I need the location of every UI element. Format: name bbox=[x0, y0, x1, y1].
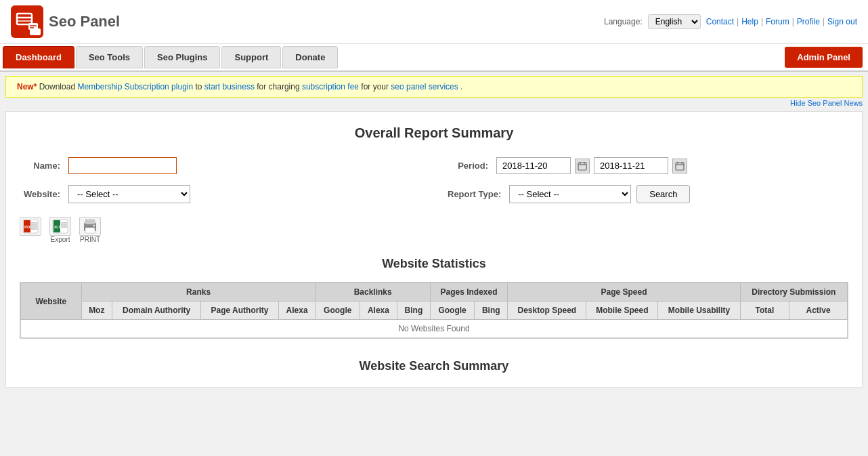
search-button[interactable]: Search bbox=[636, 185, 690, 203]
nav-donate[interactable]: Donate bbox=[282, 46, 338, 68]
main-content: Overall Report Summary Name: Period: We bbox=[5, 111, 863, 388]
stats-table-wrapper: Website Ranks Backlinks Pages Indexed Pa… bbox=[20, 282, 848, 339]
th-bing-backlinks: Bing bbox=[397, 302, 430, 320]
language-select[interactable]: English French Spanish German bbox=[648, 14, 701, 29]
top-bar: Seo Panel Language: English French Spani… bbox=[0, 0, 868, 44]
nav-bar: Dashboard Seo Tools Seo Plugins Support … bbox=[0, 44, 868, 72]
svg-point-31 bbox=[93, 225, 95, 226]
nav-dashboard[interactable]: Dashboard bbox=[3, 46, 74, 68]
svg-rect-11 bbox=[676, 163, 684, 170]
report-type-row: Report Type: -- Select -- Search bbox=[448, 185, 848, 203]
help-link[interactable]: Help bbox=[741, 17, 758, 26]
svg-rect-7 bbox=[578, 163, 586, 170]
action-icons: PDF XLS Export bbox=[20, 217, 848, 243]
xls-export-button[interactable]: XLS Export bbox=[49, 217, 71, 243]
date-to-input[interactable] bbox=[594, 157, 668, 174]
bottom-title: Website Search Summary bbox=[20, 359, 848, 373]
website-label: Website: bbox=[20, 189, 60, 199]
name-label: Name: bbox=[20, 161, 60, 171]
name-input[interactable] bbox=[68, 157, 177, 174]
pdf-icon: PDF bbox=[20, 217, 41, 236]
th-mobile-speed: Mobile Speed bbox=[586, 302, 658, 320]
th-page-speed: Page Speed bbox=[508, 283, 741, 302]
th-page-authority: Page Authority bbox=[201, 302, 278, 320]
start-business-link[interactable]: start business bbox=[204, 82, 255, 91]
calendar-from-icon[interactable] bbox=[575, 159, 590, 173]
export-label: Export bbox=[51, 236, 70, 243]
th-alexa-ranks: Alexa bbox=[278, 302, 316, 320]
signout-link[interactable]: Sign out bbox=[827, 17, 857, 26]
logo-icon bbox=[11, 5, 43, 38]
hide-news-area: Hide Seo Panel News bbox=[5, 99, 863, 107]
no-data-cell: No Websites Found bbox=[21, 320, 848, 338]
th-moz: Moz bbox=[81, 302, 112, 320]
table-subheader-row: Moz Domain Authority Page Authority Alex… bbox=[21, 302, 848, 320]
top-right-area: Language: English French Spanish German … bbox=[604, 14, 857, 29]
report-form: Name: Period: Website: -- Select -- bbox=[20, 157, 848, 203]
name-row: Name: bbox=[20, 157, 420, 174]
th-website: Website bbox=[21, 283, 82, 320]
date-from-input[interactable] bbox=[496, 157, 571, 174]
th-pages-indexed: Pages Indexed bbox=[430, 283, 507, 302]
table-header-row: Website Ranks Backlinks Pages Indexed Pa… bbox=[21, 283, 848, 302]
report-type-label: Report Type: bbox=[448, 189, 501, 199]
svg-rect-29 bbox=[85, 220, 95, 224]
print-icon bbox=[79, 217, 101, 236]
nav-support[interactable]: Support bbox=[221, 46, 281, 68]
print-label: PRINT bbox=[80, 236, 100, 243]
th-alexa-backlinks: Alexa bbox=[360, 302, 397, 320]
stats-title: Website Statistics bbox=[20, 257, 848, 271]
website-row: Website: -- Select -- bbox=[20, 185, 420, 203]
no-data-row: No Websites Found bbox=[21, 320, 848, 338]
logo-area: Seo Panel bbox=[11, 5, 120, 38]
profile-link[interactable]: Profile bbox=[797, 17, 820, 26]
report-type-select[interactable]: -- Select -- bbox=[509, 185, 631, 203]
hide-news-link[interactable]: Hide Seo Panel News bbox=[790, 99, 863, 107]
th-total: Total bbox=[740, 302, 789, 320]
news-banner: New* Download Membership Subscription pl… bbox=[5, 76, 863, 98]
pdf-export-button[interactable]: PDF bbox=[20, 217, 41, 243]
nav-seo-plugins[interactable]: Seo Plugins bbox=[144, 46, 220, 68]
nav-left: Dashboard Seo Tools Seo Plugins Support … bbox=[3, 46, 338, 68]
forum-link[interactable]: Forum bbox=[766, 17, 789, 26]
export-icon: XLS bbox=[49, 217, 71, 236]
date-range bbox=[496, 157, 687, 174]
th-domain-authority: Domain Authority bbox=[112, 302, 200, 320]
admin-panel-button[interactable]: Admin Panel bbox=[785, 47, 863, 68]
seo-panel-services-link[interactable]: seo panel services bbox=[391, 82, 458, 91]
th-bing-pages: Bing bbox=[475, 302, 508, 320]
period-label: Period: bbox=[448, 161, 488, 171]
stats-table: Website Ranks Backlinks Pages Indexed Pa… bbox=[20, 283, 848, 338]
th-backlinks: Backlinks bbox=[316, 283, 430, 302]
language-label: Language: bbox=[604, 17, 643, 26]
th-google-pages: Google bbox=[430, 302, 474, 320]
website-select[interactable]: -- Select -- bbox=[68, 185, 190, 203]
top-links: Contact | Help | Forum | Profile | Sign … bbox=[706, 17, 857, 26]
contact-link[interactable]: Contact bbox=[706, 17, 734, 26]
th-desktop-speed: Desktop Speed bbox=[508, 302, 586, 320]
subscription-fee-link[interactable]: subscription fee bbox=[302, 82, 359, 91]
new-label: New* bbox=[17, 82, 37, 91]
print-button[interactable]: PRINT bbox=[79, 217, 101, 243]
th-directory-submission: Directory Submission bbox=[740, 283, 847, 302]
membership-plugin-link[interactable]: Membership Subscription plugin bbox=[77, 82, 193, 91]
th-ranks: Ranks bbox=[81, 283, 316, 302]
svg-text:XLS: XLS bbox=[54, 225, 61, 229]
app-title: Seo Panel bbox=[49, 13, 120, 30]
th-google-backlinks: Google bbox=[316, 302, 360, 320]
bottom-section: Website Search Summary bbox=[20, 359, 848, 373]
report-title: Overall Report Summary bbox=[20, 125, 848, 141]
period-row: Period: bbox=[448, 157, 848, 174]
th-mobile-usability: Mobile Usability bbox=[658, 302, 740, 320]
nav-seo-tools[interactable]: Seo Tools bbox=[76, 46, 143, 68]
svg-rect-30 bbox=[85, 228, 95, 233]
calendar-to-icon[interactable] bbox=[672, 159, 687, 173]
stats-section: Website Statistics Website Ranks Backlin… bbox=[20, 257, 848, 339]
th-active: Active bbox=[789, 302, 848, 320]
svg-rect-4 bbox=[28, 23, 38, 30]
